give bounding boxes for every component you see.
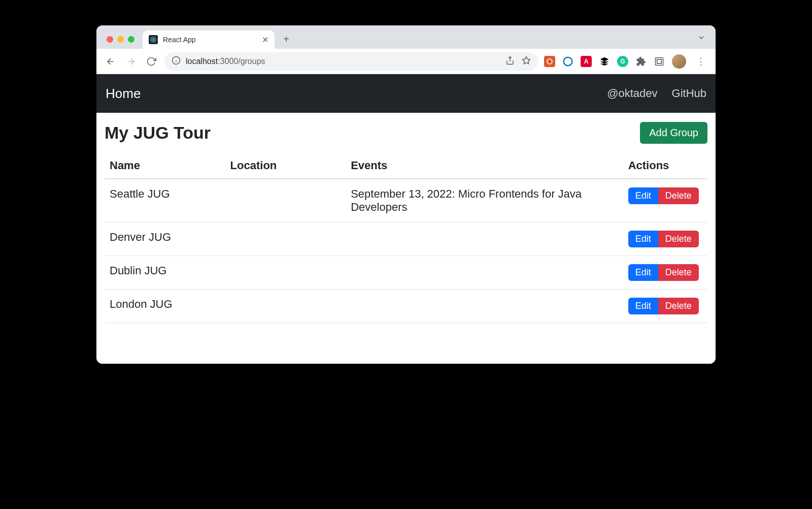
groups-table: Name Location Events Actions Seattle JUG…: [105, 153, 707, 323]
delete-button[interactable]: Delete: [658, 298, 699, 314]
table-row: Seattle JUGSeptember 13, 2022: Micro Fro…: [105, 179, 707, 222]
svg-rect-16: [657, 59, 661, 63]
bookmark-star-icon[interactable]: [522, 56, 531, 67]
cell-events: [346, 256, 623, 290]
edit-button[interactable]: Edit: [628, 264, 658, 281]
cell-actions: EditDelete: [623, 290, 707, 323]
delete-button[interactable]: Delete: [658, 264, 699, 281]
cell-actions: EditDelete: [623, 256, 707, 290]
delete-button[interactable]: Delete: [658, 231, 699, 247]
delete-button[interactable]: Delete: [658, 187, 699, 204]
cell-name: London JUG: [105, 290, 225, 323]
back-button[interactable]: [104, 54, 118, 69]
svg-point-0: [153, 39, 154, 40]
tab-close-icon[interactable]: ✕: [262, 35, 268, 45]
browser-tab-bar: React App ✕ +: [96, 25, 716, 49]
browser-window: React App ✕ + localhost:3000/groups: [96, 25, 716, 364]
tabs-overflow-icon[interactable]: [697, 34, 705, 44]
extension-icons: A G ⋮: [544, 54, 708, 69]
app-navbar: Home @oktadev GitHub: [96, 74, 716, 113]
page-title: My JUG Tour: [105, 123, 211, 143]
window-minimize-button[interactable]: [117, 36, 124, 43]
nav-link-oktadev[interactable]: @oktadev: [607, 87, 657, 100]
svg-marker-10: [523, 56, 530, 63]
browser-toolbar: localhost:3000/groups A G: [96, 49, 716, 74]
nav-link-github[interactable]: GitHub: [672, 87, 706, 100]
angular-extension-icon[interactable]: A: [581, 56, 592, 67]
cell-events: [346, 290, 623, 323]
window-close-button[interactable]: [107, 36, 113, 43]
share-icon[interactable]: [505, 56, 515, 67]
column-header-location: Location: [225, 153, 346, 179]
table-row: Denver JUGEditDelete: [105, 222, 707, 256]
cell-location: [225, 256, 346, 290]
puzzle-extension-icon[interactable]: [635, 56, 647, 67]
table-row: London JUGEditDelete: [105, 290, 707, 323]
forward-button[interactable]: [124, 54, 138, 69]
add-group-button[interactable]: Add Group: [640, 122, 707, 144]
site-info-icon[interactable]: [172, 56, 181, 67]
new-tab-button[interactable]: +: [279, 31, 294, 47]
cell-events: [346, 222, 623, 256]
edit-button[interactable]: Edit: [628, 187, 658, 204]
buffer-extension-icon[interactable]: [599, 56, 610, 67]
profile-avatar[interactable]: [672, 54, 686, 69]
address-bar[interactable]: localhost:3000/groups: [164, 52, 538, 71]
duckduckgo-extension-icon[interactable]: [544, 56, 555, 67]
svg-point-13: [548, 59, 552, 63]
cell-name: Denver JUG: [105, 222, 225, 256]
tab-title: React App: [163, 36, 196, 44]
cell-events: September 13, 2022: Micro Frontends for …: [346, 179, 623, 222]
column-header-name: Name: [105, 153, 225, 179]
edit-button[interactable]: Edit: [628, 231, 658, 247]
nav-home-link[interactable]: Home: [106, 86, 141, 102]
react-favicon-icon: [149, 35, 158, 44]
cell-name: Seattle JUG: [105, 179, 225, 222]
reading-list-icon[interactable]: [654, 56, 665, 67]
cell-location: [225, 179, 346, 222]
svg-rect-15: [656, 57, 663, 65]
svg-point-14: [564, 57, 572, 66]
cell-name: Dublin JUG: [105, 256, 225, 290]
column-header-events: Events: [346, 153, 623, 179]
browser-menu-icon[interactable]: ⋮: [693, 56, 708, 67]
url-text: localhost:3000/groups: [186, 57, 265, 66]
cell-location: [225, 222, 346, 256]
table-row: Dublin JUGEditDelete: [105, 256, 707, 290]
cell-actions: EditDelete: [623, 179, 707, 222]
cell-actions: EditDelete: [623, 222, 707, 256]
okta-extension-icon[interactable]: [562, 56, 573, 67]
browser-tab[interactable]: React App ✕: [143, 30, 275, 49]
window-controls: [103, 36, 139, 49]
grammarly-extension-icon[interactable]: G: [617, 56, 628, 67]
window-maximize-button[interactable]: [128, 36, 134, 43]
edit-button[interactable]: Edit: [628, 298, 658, 314]
page-content: Home @oktadev GitHub My JUG Tour Add Gro…: [96, 74, 716, 364]
column-header-actions: Actions: [623, 153, 707, 179]
cell-location: [225, 290, 346, 323]
reload-button[interactable]: [144, 54, 158, 69]
